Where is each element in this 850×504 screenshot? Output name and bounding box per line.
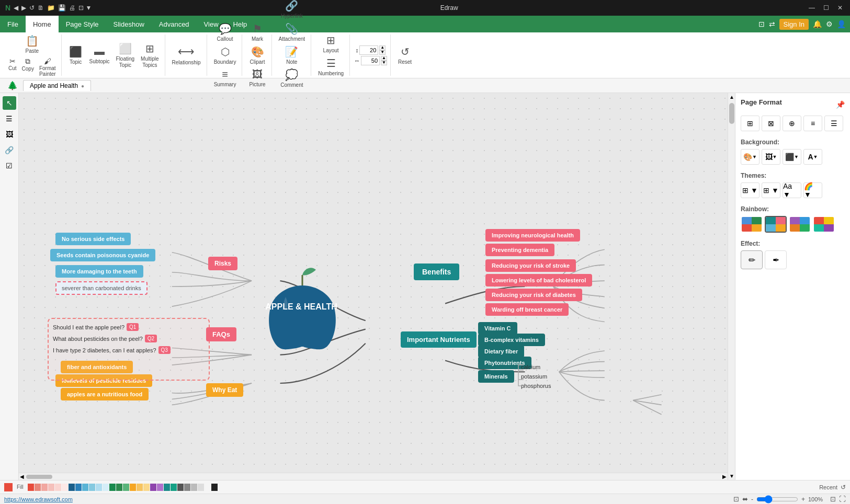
menu-advanced[interactable]: Advanced [152,16,197,32]
color-purple-light[interactable] [157,484,163,491]
multiple-topics-button[interactable]: ⊞ MultipleTopics [138,41,161,70]
color-teal[interactable] [164,484,170,491]
relationship-button[interactable]: ⟷ Relationship [169,43,203,67]
menu-page-style[interactable]: Page Style [59,16,106,32]
color-gray-light[interactable] [191,484,197,491]
line-spacing-down[interactable]: ▼ [381,61,387,65]
floating-topic-button[interactable]: ⬜ FloatingTopic [114,41,138,70]
diabetes-node[interactable]: Reducing your risk of diabetes [485,289,582,301]
subtopic-button[interactable]: ▬ Subtopic [87,41,112,70]
dementia-node[interactable]: Preventing dementia [485,244,554,256]
effect-pencil-btn[interactable]: ✏ [741,250,763,269]
h-scroll-thumb[interactable] [26,475,52,479]
format-painter-button[interactable]: 🖌 FormatPainter [37,56,58,78]
undo-forward-icon[interactable]: ▶ [21,4,26,12]
dietary-fiber-node[interactable]: Dietary fiber [478,345,524,358]
picture-button[interactable]: 🖼 Picture [246,67,268,89]
vertical-scrollbar[interactable]: ▲ ▼ [728,93,735,480]
vitc-node[interactable]: Vitamin C [478,322,517,335]
new-file-icon[interactable]: 🗎 [38,4,44,12]
color-blue-light[interactable] [82,484,88,491]
color-green-dark[interactable] [109,484,116,491]
image-tool[interactable]: 🖼 [3,128,16,141]
color-pink-lighter[interactable] [48,484,54,491]
fit-page-icon[interactable]: ⊡ [733,495,739,503]
file-tree-icon[interactable]: 🌲 [4,79,21,91]
more-icon[interactable]: ⊡ ▼ [78,4,92,12]
settings-icon[interactable]: ⚙ [826,20,833,28]
bcomplex-node[interactable]: B-complex vitamins [478,334,545,346]
open-icon[interactable]: 📁 [47,4,55,12]
faqs-node[interactable]: FAQs [206,327,236,341]
mark-button[interactable]: ⚑ Mark [247,21,267,44]
minimize-btn[interactable]: — [807,4,817,12]
undo-icon[interactable]: ↺ [29,4,35,12]
color-pink-light[interactable] [41,484,48,491]
fullscreen2-icon[interactable]: ⛶ [839,495,846,503]
risks-node[interactable]: Risks [208,257,237,270]
faq3-row[interactable]: I have type 2 diabetes, can I eat apples… [53,346,171,354]
pointer-tool[interactable]: ↖ [3,96,16,110]
color-gray-pale[interactable] [198,484,204,491]
hyperlink-button[interactable]: 🔗 Hyperlink [278,0,305,21]
zoom-fit-icon[interactable]: ⊡ [830,495,836,503]
sign-in-btn[interactable]: Sign In [779,19,809,30]
color-pink-palest[interactable] [62,484,68,491]
color-yellow[interactable] [137,484,143,491]
numbering-button[interactable]: ☰ Numbering [315,55,346,78]
color-pink-pale[interactable] [55,484,61,491]
scroll-down-btn[interactable]: ▼ [728,472,735,480]
color-gray[interactable] [184,484,190,491]
zoom-out-icon[interactable]: - [751,496,753,503]
color-blue[interactable] [75,484,82,491]
color-purple[interactable] [150,484,156,491]
comment-button[interactable]: 💭 Comment [278,67,305,90]
note-button[interactable]: 📝 Note [282,44,302,67]
bg-color-btn[interactable]: ⬛ ▼ [783,149,801,165]
color-green-light[interactable] [123,484,129,491]
nutritious-node[interactable]: apples are a nutritious food [61,388,149,400]
layout-center-btn[interactable]: ⊕ [783,116,801,131]
tab-close-icon[interactable]: ● [81,83,84,89]
stroke-node[interactable]: Reducing your risk of stroke [485,259,576,272]
faq1-row[interactable]: Should I eat the apple peel? Q1 [53,323,139,331]
rainbow-opt4[interactable] [813,216,835,233]
effect-pen-btn[interactable]: ✒ [765,250,787,269]
clipart-button[interactable]: 🎨 Clipart [247,44,268,67]
attachment-button[interactable]: 📎 Attachment [276,21,308,44]
neuro-node[interactable]: Improving neurological health [485,229,580,242]
theme-aa-btn[interactable]: Aa ▼ [783,182,801,198]
horizontal-scrollbar[interactable]: ◀ ▶ [19,473,728,480]
layout-button[interactable]: ⊞ Layout [321,32,342,55]
color-salmon[interactable] [35,484,41,491]
callout-button[interactable]: 💬 Callout [214,21,235,44]
branch-spacing-down[interactable]: ▼ [379,50,386,55]
minerals-node[interactable]: Minerals [478,370,514,383]
bg-fill-btn[interactable]: 🎨 ▼ [741,149,760,165]
color-yellow-light[interactable] [143,484,150,491]
check-tool[interactable]: ☑ [3,159,16,173]
connect-tool[interactable]: 🔗 [3,143,16,157]
theme-grid1-btn[interactable]: ⊞ ▼ [741,182,760,198]
paste-button[interactable]: 📋 Paste [22,33,42,56]
breast-cancer-node[interactable]: Warding off breast cancer [485,303,569,316]
color-red[interactable] [28,484,34,491]
rainbow-opt2[interactable] [765,216,787,233]
color-white[interactable] [205,484,211,491]
theme-color-btn[interactable]: 🌈 ▼ [803,182,822,198]
color-orange[interactable] [130,484,136,491]
faq2-row[interactable]: What about pesticides on the peel? Q2 [53,335,157,342]
menu-file[interactable]: File [0,16,26,32]
why-eat-node[interactable]: Why Eat [206,383,243,397]
color-blue-lighter[interactable] [89,484,95,491]
color-black[interactable] [211,484,218,491]
menu-slideshow[interactable]: Slideshow [106,16,152,32]
no-side-effects-node[interactable]: No serious side effects [55,233,131,245]
close-btn[interactable]: ✕ [835,4,845,12]
line-spacing-input[interactable] [361,56,380,65]
color-blue-pale[interactable] [96,484,102,491]
rainbow-opt3[interactable] [789,216,811,233]
fit-width-icon[interactable]: ⬌ [742,495,748,503]
list-tool[interactable]: ☰ [3,112,16,125]
layout-grid2-btn[interactable]: ⊠ [762,116,780,131]
